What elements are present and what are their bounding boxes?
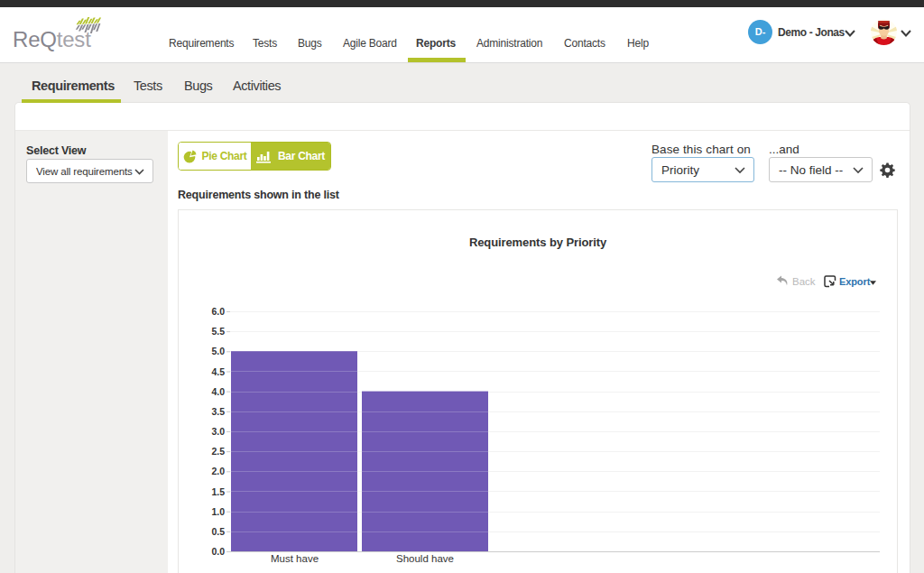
svg-text:0.0: 0.0 <box>211 546 225 557</box>
svg-text:Should have: Should have <box>396 553 454 564</box>
svg-text:2.5: 2.5 <box>211 446 225 457</box>
svg-text:3.5: 3.5 <box>211 406 225 417</box>
svg-text:1.5: 1.5 <box>211 486 225 497</box>
svg-text:5.0: 5.0 <box>211 346 225 356</box>
svg-text:6.0: 6.0 <box>211 306 225 317</box>
svg-text:4.0: 4.0 <box>211 386 225 397</box>
svg-text:5.5: 5.5 <box>211 326 225 337</box>
svg-text:4.5: 4.5 <box>211 366 225 377</box>
svg-text:Must have: Must have <box>271 553 319 564</box>
svg-text:0.5: 0.5 <box>211 526 225 537</box>
svg-text:3.0: 3.0 <box>211 426 225 437</box>
svg-text:2.0: 2.0 <box>211 466 225 476</box>
svg-text:1.0: 1.0 <box>211 506 225 517</box>
